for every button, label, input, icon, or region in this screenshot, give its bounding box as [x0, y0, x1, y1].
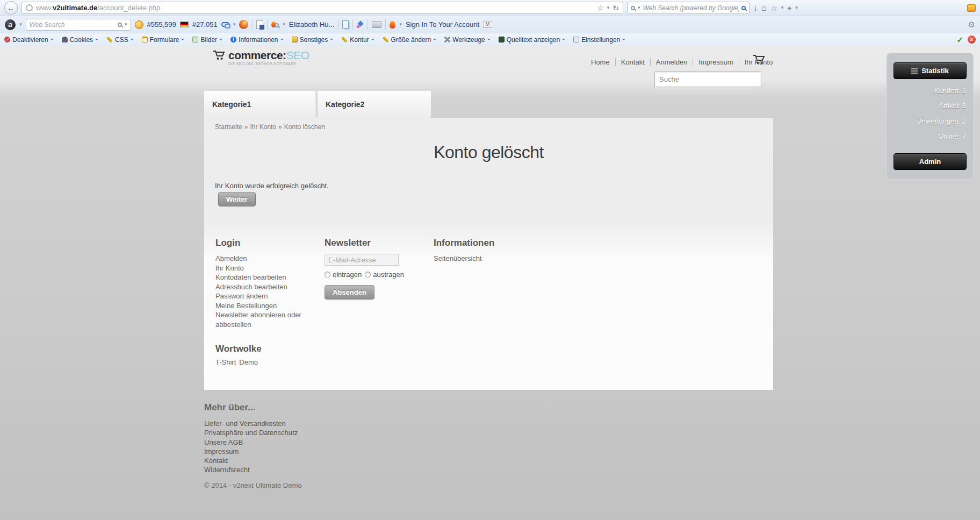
devtool-options-menu[interactable]: Einstellungen — [573, 36, 625, 44]
tab-kategorie2[interactable]: Kategorie2 — [318, 91, 431, 118]
sparkle-addon-icon[interactable] — [357, 21, 364, 28]
id-card-icon[interactable] — [372, 21, 381, 28]
radio-eintragen-label[interactable]: eintragen — [333, 270, 362, 279]
nav-kontakt[interactable]: Kontakt — [616, 58, 651, 66]
toolbar-separator — [252, 19, 253, 30]
weiter-button[interactable]: Weiter — [218, 192, 256, 206]
devtool-tools-menu[interactable]: Werkzeuge — [444, 36, 490, 44]
copy-page-icon[interactable] — [342, 20, 349, 29]
url-dropdown-caret-icon[interactable]: ▾ — [607, 5, 610, 10]
footer-link-widerrufsrecht[interactable]: Widerrufsrecht — [204, 465, 580, 474]
toolbar-caret-icon[interactable]: ▾ — [795, 5, 798, 10]
wordcloud-word-tshirt[interactable]: T-Shirt — [215, 358, 236, 367]
footer-title: Mehr über... — [204, 402, 580, 413]
alexa-caret-icon[interactable]: ▾ — [19, 22, 22, 27]
reload-icon[interactable]: ↻ — [612, 4, 619, 12]
success-message: Ihr Konto wurde erfolgreich gelöscht. — [215, 182, 329, 190]
alexa-icon[interactable]: a — [5, 19, 16, 30]
backlinks-icon[interactable] — [221, 22, 229, 27]
tab-kategorie1[interactable]: Kategorie1 — [204, 91, 316, 118]
toolbar-search-box[interactable]: ▾ — [26, 19, 131, 31]
absenden-button[interactable]: Absenden — [325, 285, 374, 300]
login-link-bestellungen[interactable]: Meine Bestellungen — [215, 301, 301, 311]
login-link-kontodaten[interactable]: Kontodaten bearbeiten — [215, 273, 301, 282]
login-link-abmelden[interactable]: Abmelden — [215, 254, 301, 263]
nav-anmelden[interactable]: Anmelden — [651, 58, 694, 66]
magnifier-glyph — [275, 23, 279, 27]
footer-link-impressum[interactable]: Impressum — [204, 447, 580, 456]
nav-home[interactable]: Home — [586, 58, 616, 66]
devtool-disable-menu[interactable]: Deaktivieren — [4, 36, 54, 44]
footer-link-kontakt[interactable]: Kontakt — [204, 456, 580, 465]
devtool-images-menu[interactable]: Bilder — [192, 36, 222, 44]
user-account-link[interactable]: Elizabeth Hu... — [289, 20, 335, 29]
url-text[interactable]: www.v2ultimate.de/account_delete.php — [36, 4, 160, 12]
browser-addon-icon[interactable] — [239, 20, 248, 29]
statistik-button[interactable]: Statistik — [893, 62, 967, 79]
cart-button[interactable] — [752, 54, 765, 68]
rank-globe-icon[interactable] — [135, 20, 143, 29]
footer-link-agb[interactable]: Unsere AGB — [204, 438, 580, 447]
gmail-icon[interactable]: M — [483, 21, 492, 28]
toolbar-search-input[interactable] — [30, 21, 115, 29]
devtool-css-menu[interactable]: CSS — [106, 36, 134, 44]
nav-impressum[interactable]: Impressum — [693, 58, 739, 66]
toolbar-separator — [267, 19, 268, 30]
backlinks-caret-icon[interactable]: ▾ — [233, 22, 236, 27]
login-link-newsletter[interactable]: Newsletter abonnieren oder abbestellen — [215, 310, 301, 329]
site-identity-globe-icon[interactable] — [26, 4, 33, 11]
facebook-page-icon[interactable] — [256, 20, 263, 29]
pin-icon[interactable]: ⌖ — [787, 4, 791, 12]
error-close-icon[interactable]: ✕ — [968, 35, 976, 44]
footer-link-versandkosten[interactable]: Liefer- und Versandkosten — [204, 419, 580, 428]
login-link-ihr-konto[interactable]: Ihr Konto — [215, 263, 301, 273]
radio-austragen[interactable] — [365, 272, 371, 277]
home-icon[interactable]: ⌂ — [761, 3, 767, 12]
breadcrumb-startseite[interactable]: Startseite — [215, 123, 242, 131]
hotspot-search-icon[interactable] — [271, 22, 279, 27]
flame-caret-icon[interactable]: ▾ — [399, 22, 402, 27]
bookmarks-caret-icon[interactable]: ▾ — [781, 5, 784, 10]
browser-search-input[interactable] — [643, 4, 739, 12]
browser-search-box[interactable]: ▾ — [627, 2, 750, 14]
newsletter-email-input[interactable] — [325, 254, 399, 266]
site-logo[interactable]: commerce:SEO DIE SEO-ONLINESHOP-SOFTWARE — [212, 49, 309, 66]
back-button[interactable]: ← — [4, 1, 18, 15]
footer-link-datenschutz[interactable]: Privatsphäre und Datenschutz — [204, 428, 580, 437]
wordcloud-word-demo[interactable]: Demo — [239, 358, 258, 367]
toolbar-search-icon[interactable] — [118, 23, 122, 27]
devtool-miscellaneous-menu[interactable]: Sonstiges — [292, 36, 334, 44]
info-link-seitenuebersicht[interactable]: Seitenübersicht — [434, 254, 543, 263]
devtool-resize-menu[interactable]: Größe ändern — [383, 36, 437, 44]
login-link-passwort[interactable]: Passwort ändern — [215, 291, 301, 301]
validation-check-icon[interactable]: ✓ — [956, 35, 963, 45]
download-icon[interactable]: ↓ — [753, 4, 758, 12]
bookmarks-icon[interactable]: ☆ — [770, 4, 777, 12]
address-bar[interactable]: www.v2ultimate.de/account_delete.php ☆ ▾… — [21, 2, 623, 14]
devtool-forms-menu[interactable]: Formulare — [142, 36, 185, 44]
devtool-viewsource-menu[interactable]: Quelltext anzeigen — [499, 36, 565, 44]
addon-icon[interactable] — [967, 4, 976, 12]
search-go-icon[interactable] — [741, 6, 746, 10]
logo-accent: SEO — [286, 49, 309, 61]
devtool-cookies-menu[interactable]: Cookies — [62, 36, 98, 44]
devtool-outline-menu[interactable]: Kontur — [341, 36, 374, 44]
radio-austragen-label[interactable]: austragen — [373, 270, 404, 279]
url-domain: v2ultimate.de — [53, 4, 97, 12]
flame-addon-icon[interactable] — [390, 21, 395, 29]
search-engine-caret-icon[interactable]: ▾ — [638, 5, 640, 10]
breadcrumb-ihr-konto[interactable]: Ihr Konto — [250, 123, 276, 131]
login-link-adressbuch[interactable]: Adressbuch bearbeiten — [215, 282, 301, 292]
stat-kunden: Kunden: 1 — [934, 87, 966, 95]
disable-icon — [4, 37, 10, 42]
admin-button[interactable]: Admin — [893, 153, 967, 170]
toolbar-search-caret-icon[interactable]: ▾ — [125, 22, 127, 27]
bookmark-star-icon[interactable]: ☆ — [597, 4, 604, 12]
devtool-information-menu[interactable]: iInformationen — [230, 36, 283, 44]
hotspot-caret-icon[interactable]: ▾ — [283, 22, 285, 27]
radio-eintragen[interactable] — [325, 272, 330, 277]
gear-icon[interactable]: ⚙ — [968, 20, 975, 30]
search-engine-icon[interactable] — [631, 6, 635, 10]
signin-link[interactable]: Sign In To Your Account — [406, 20, 479, 29]
site-search-input[interactable] — [654, 72, 761, 87]
